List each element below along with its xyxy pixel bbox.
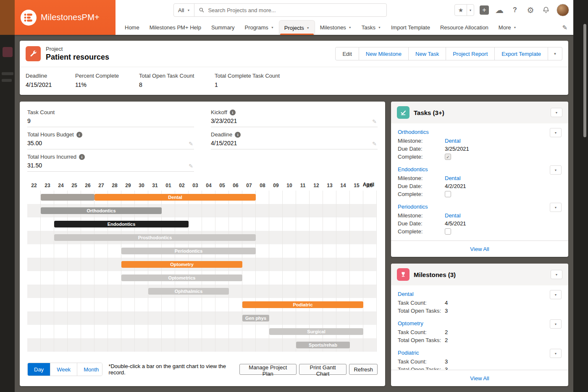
help-icon[interactable]: ? bbox=[510, 5, 520, 15]
complete-checkbox[interactable]: ✓ bbox=[445, 154, 451, 160]
nav-tab-home[interactable]: Home bbox=[120, 20, 144, 35]
gantt-day-axis: 2223242526272829303101020304050607080910… bbox=[27, 183, 377, 188]
field-label: Due Date: bbox=[398, 146, 445, 152]
gantt-bar-orthodontics[interactable]: Orthodontics bbox=[41, 207, 162, 214]
field-task-count: Task Count9 bbox=[27, 108, 194, 127]
gantt-bar-gen-phys[interactable]: Gen phys bbox=[242, 315, 269, 321]
edit-pencil-icon[interactable]: ✎ bbox=[189, 141, 193, 147]
nav-tab-more[interactable]: More▼ bbox=[494, 20, 522, 35]
complete-checkbox[interactable] bbox=[445, 191, 451, 197]
app-logo: MilestonesPM+ bbox=[15, 0, 116, 35]
gantt-day-27: 27 bbox=[94, 183, 108, 188]
nav-tab-tasks[interactable]: Tasks▼ bbox=[357, 20, 386, 35]
milestone-link[interactable]: Dental bbox=[445, 212, 461, 219]
record-title-block: Project Patient resources bbox=[46, 46, 109, 62]
gantt-bar-optometry[interactable]: Optometry bbox=[121, 261, 242, 268]
field-label: Total Hours Incurred bbox=[27, 154, 76, 160]
app-window: MilestonesPM+ All ▼ ★ ▼ + ☁ ? ⚙ bbox=[15, 0, 573, 392]
search-scope-dropdown[interactable]: All ▼ bbox=[174, 4, 194, 16]
gantt-row-sports-rehab: Sports/rehab bbox=[27, 338, 377, 352]
gantt-bar-surgical[interactable]: Surgical bbox=[269, 328, 363, 335]
task-link[interactable]: Orthodontics bbox=[398, 129, 429, 135]
milestones-view-all-link[interactable]: View All bbox=[470, 375, 489, 382]
gantt-bar-periodontics[interactable]: Periodontics bbox=[121, 248, 256, 254]
gantt-row-podiatric: Podiatric bbox=[27, 298, 377, 311]
task-row-menu-button[interactable]: ▼ bbox=[550, 203, 562, 212]
nav-tab-summary[interactable]: Summary bbox=[206, 20, 240, 35]
edit-page-pencil-icon[interactable]: ✎ bbox=[562, 24, 567, 31]
tasks-view-all-link[interactable]: View All bbox=[470, 246, 489, 252]
gantt-row-optometry: Optometry bbox=[27, 258, 377, 271]
day-view-button[interactable]: Day bbox=[28, 363, 50, 376]
task-row-menu-button[interactable]: ▼ bbox=[550, 128, 562, 137]
chevron-down-icon: ▼ bbox=[307, 26, 310, 29]
gantt-bar-podiatric[interactable]: Podiatric bbox=[242, 301, 363, 308]
page-scrollbar[interactable] bbox=[583, 24, 586, 137]
milestones-logo-icon bbox=[21, 10, 37, 26]
field-label: Complete: bbox=[398, 191, 445, 197]
gantt-row-dental: Dental bbox=[27, 191, 377, 204]
milestone-link[interactable]: Optometry bbox=[398, 320, 423, 327]
gantt-bar-optometrics[interactable]: Optometrics bbox=[121, 274, 242, 281]
gantt-day-26: 26 bbox=[81, 183, 94, 188]
field-label: Total Open Tasks: bbox=[398, 366, 445, 370]
gantt-day-14: 14 bbox=[336, 183, 350, 188]
global-create-icon[interactable]: + bbox=[480, 5, 489, 15]
gantt-day-06: 06 bbox=[229, 183, 242, 188]
gantt-day-03: 03 bbox=[189, 183, 202, 188]
nav-tab-milestones-pm-help[interactable]: Milestones PM+ Help bbox=[144, 20, 206, 35]
nav-tab-projects[interactable]: Projects▼ bbox=[279, 20, 315, 35]
more-actions-button[interactable]: ▼ bbox=[548, 47, 562, 60]
nav-tab-resource-allocation[interactable]: Resource Allocation bbox=[435, 20, 494, 35]
milestones-card-menu-button[interactable]: ▼ bbox=[551, 270, 562, 279]
edit-pencil-icon[interactable]: ✎ bbox=[189, 163, 193, 169]
new-task-button[interactable]: New Task bbox=[409, 47, 446, 60]
edit-pencil-icon[interactable]: ✎ bbox=[372, 118, 377, 125]
task-row-menu-button[interactable]: ▼ bbox=[550, 165, 562, 175]
nav-tab-milestones[interactable]: Milestones▼ bbox=[315, 20, 357, 35]
gantt-day-04: 04 bbox=[202, 183, 215, 188]
gantt-day-05: 05 bbox=[215, 183, 229, 188]
month-view-button[interactable]: Month bbox=[77, 363, 102, 376]
highlight-deadline: Deadline4/15/2021 bbox=[26, 73, 75, 88]
complete-checkbox[interactable] bbox=[445, 228, 451, 235]
gantt-bar-ophthalmics[interactable]: Ophthalmics bbox=[148, 288, 229, 295]
cloud-guidance-icon[interactable]: ☁ bbox=[494, 5, 504, 15]
task-link[interactable]: Periodontics bbox=[398, 204, 428, 210]
edit-button[interactable]: Edit bbox=[335, 47, 359, 60]
chevron-down-icon: ▼ bbox=[513, 26, 516, 29]
milestone-link[interactable]: Dental bbox=[398, 291, 414, 297]
export-template-button[interactable]: Export Template bbox=[495, 47, 548, 60]
gantt-bar-endodontics[interactable]: Endodontics bbox=[54, 221, 189, 227]
milestones-card-title: Milestones (3) bbox=[414, 271, 456, 278]
gantt-note: *Double-click a bar on the gantt chart t… bbox=[108, 363, 239, 376]
nav-tab-import-template[interactable]: Import Template bbox=[386, 20, 435, 35]
field-label: Task Count: bbox=[398, 329, 445, 335]
tasks-card-menu-button[interactable]: ▼ bbox=[551, 108, 562, 117]
user-avatar[interactable] bbox=[556, 4, 569, 16]
milestone-row-menu-button[interactable]: ▼ bbox=[550, 319, 562, 329]
gear-icon[interactable]: ⚙ bbox=[525, 5, 536, 15]
milestone-link[interactable]: Podiatric bbox=[398, 350, 419, 356]
field-value: 4/15/2021 bbox=[211, 140, 378, 147]
week-view-button[interactable]: Week bbox=[50, 363, 77, 376]
nav-tab-programs[interactable]: Programs▼ bbox=[240, 20, 279, 35]
gantt-bar-dental[interactable]: Dental bbox=[94, 194, 256, 201]
milestone-row-menu-button[interactable]: ▼ bbox=[550, 349, 562, 358]
gantt-bar-sports-rehab[interactable]: Sports/rehab bbox=[296, 342, 350, 348]
project-report-button[interactable]: Project Report bbox=[446, 47, 495, 60]
favorites-button[interactable]: ★ ▼ bbox=[454, 4, 474, 16]
print-gantt-chart-button[interactable]: Print Gantt Chart bbox=[299, 364, 347, 375]
gantt-bar-prosthodontics[interactable]: Prosthodontics bbox=[54, 234, 256, 241]
refresh-button[interactable]: Refresh bbox=[349, 364, 378, 375]
milestone-link[interactable]: Dental bbox=[445, 175, 461, 181]
milestone-link[interactable]: Dental bbox=[445, 138, 461, 144]
new-milestone-button[interactable]: New Milestone bbox=[359, 47, 409, 60]
gantt-bar-dental[interactable] bbox=[41, 194, 94, 201]
search-input[interactable] bbox=[205, 7, 386, 13]
task-link[interactable]: Endodontics bbox=[398, 166, 428, 172]
manage-project-plan-button[interactable]: Manage Project Plan bbox=[239, 364, 297, 375]
edit-pencil-icon[interactable]: ✎ bbox=[372, 141, 377, 147]
bell-icon[interactable] bbox=[541, 5, 551, 15]
milestone-row-menu-button[interactable]: ▼ bbox=[550, 290, 562, 299]
